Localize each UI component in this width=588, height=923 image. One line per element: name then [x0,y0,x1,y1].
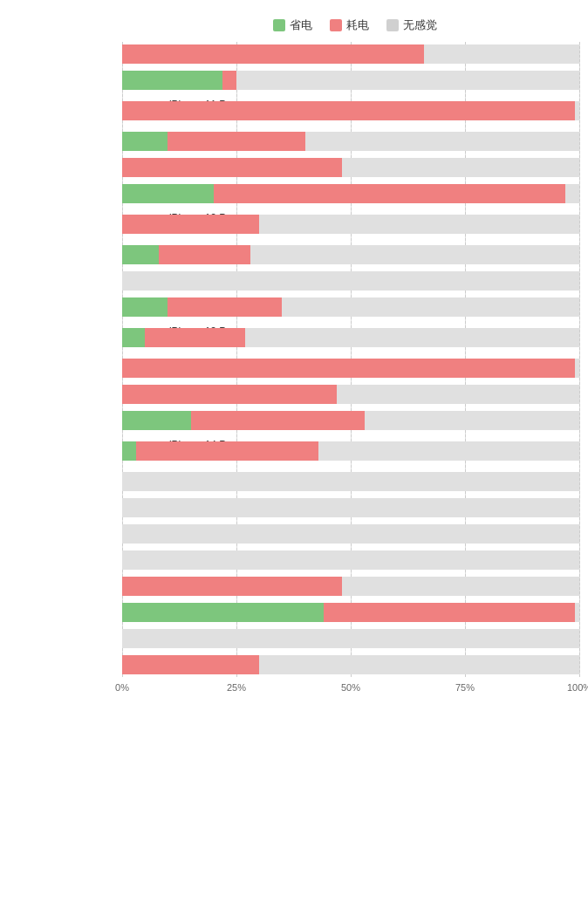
bar-row: iPhone 12 mini [122,155,579,180]
bar-row: iPhone 14 Plus [122,382,579,407]
bar-wrapper [122,385,579,404]
bar-pink-segment [191,411,365,430]
bar-wrapper [122,101,579,120]
legend: 省电耗电无感觉 [0,17,588,33]
bar-row: iPhone 14 ProMax [122,434,579,468]
bar-green-segment [122,184,214,203]
bar-wrapper [122,297,579,317]
bar-wrapper [122,411,579,430]
bar-pink-segment [214,184,565,203]
legend-label: 省电 [290,17,312,33]
legend-dot [273,19,285,31]
bar-row: iPhone 13 ProMax [122,321,579,354]
legend-label: 耗电 [346,17,369,33]
bar-row: iPhone 13 mini [122,269,579,293]
bar-green-segment [122,411,191,430]
bar-pink-segment [324,603,575,622]
bar-row: iPhone 12 Pro [122,181,579,206]
bar-wrapper [122,44,579,64]
bar-wrapper [122,498,579,517]
bar-row: iPhone XS [122,626,579,651]
bar-wrapper [122,184,579,203]
x-tick-0: 0% [115,682,129,693]
bar-wrapper [122,655,579,674]
bar-row: iPhone SE 第2代 [122,522,579,546]
bar-wrapper [122,577,579,596]
bar-wrapper [122,359,579,378]
bar-wrapper [122,550,579,570]
bar-row: iPhone X [122,574,579,598]
x-tick-75: 75% [455,682,475,693]
x-tick-50: 50% [341,682,360,693]
bar-wrapper [122,132,579,151]
bar-pink-segment [122,215,259,234]
bar-row: iPhone XR [122,600,579,625]
bar-wrapper [122,441,579,461]
bar-pink-segment [136,441,319,461]
legend-dot [330,19,342,31]
bar-pink-segment [222,71,236,90]
bar-green-segment [122,71,222,90]
legend-dot [386,19,399,31]
x-tick-25: 25% [227,682,246,693]
bar-pink-segment [122,655,259,674]
bar-pink-segment [122,385,337,404]
legend-label: 无感觉 [403,17,437,33]
bar-row: iPhone 12 [122,129,579,154]
bar-pink-segment [145,328,245,347]
bar-wrapper [122,603,579,622]
bar-pink-segment [168,297,282,317]
bar-row: iPhone 13 [122,243,579,267]
legend-item-无感觉: 无感觉 [386,17,437,33]
bar-row: iPhone XS Max [122,653,579,677]
bar-row: iPhone 8 [122,469,579,494]
bar-wrapper [122,472,579,491]
bar-green-segment [122,441,136,461]
bar-wrapper [122,245,579,264]
bar-green-segment [122,245,159,264]
legend-item-耗电: 耗电 [330,17,369,33]
bar-row: iPhone 11 ProMax [122,94,579,127]
bar-green-segment [122,603,324,622]
bar-pink-segment [168,132,304,151]
bar-row: iPhone 8 Plus [122,496,579,520]
bar-pink-segment [122,359,575,378]
bar-pink-segment [159,245,250,264]
chart-container: 省电耗电无感觉 iPhone 11iPhone 11 ProiPhone 11 … [0,9,588,700]
bar-wrapper [122,328,579,347]
bar-green-segment [122,328,145,347]
bar-green-segment [122,297,168,317]
bar-pink-segment [122,158,342,177]
bar-pink-segment [122,577,342,596]
bar-row: iPhone 14 Pro [122,408,579,433]
bar-wrapper [122,71,579,90]
bar-wrapper [122,158,579,177]
bar-wrapper [122,215,579,234]
bar-green-segment [122,132,168,151]
bar-wrapper [122,524,579,544]
legend-item-省电: 省电 [273,17,312,33]
bar-row: iPhone SE 第3代 [122,548,579,572]
bar-pink-segment [122,101,575,120]
bar-pink-segment [122,44,424,64]
bar-row: iPhone 14 [122,356,579,380]
bar-row: iPhone 13 Pro [122,295,579,319]
x-tick-100: 100% [567,682,588,693]
chart-area: iPhone 11iPhone 11 ProiPhone 11 ProMaxiP… [0,42,588,677]
bar-row: iPhone 11 Pro [122,68,579,92]
bar-wrapper [122,271,579,291]
bar-wrapper [122,629,579,648]
bar-row: iPhone 12 ProMax [122,208,579,241]
bar-row: iPhone 11 [122,42,579,66]
